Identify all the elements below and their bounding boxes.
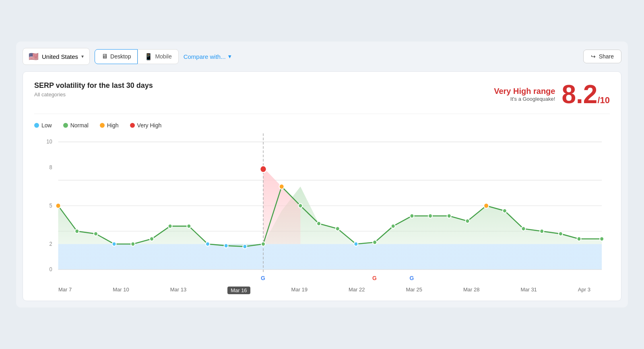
dot-apr3[interactable] [600, 237, 604, 241]
share-icon: ↪ [591, 53, 596, 60]
svg-text:5: 5 [50, 202, 52, 208]
country-selector[interactable]: 🇺🇸 United States ▾ [23, 48, 90, 65]
svg-text:2: 2 [50, 241, 52, 247]
svg-text:10: 10 [46, 139, 52, 145]
mobile-button[interactable]: 📱 Mobile [138, 49, 178, 64]
dot-mar28[interactable] [484, 203, 489, 208]
score-area: Very High range It's a Googlequake! 8.2 … [494, 81, 610, 107]
legend-high-label: High [107, 122, 119, 129]
flag-icon: 🇺🇸 [29, 52, 39, 61]
normal-dot [63, 123, 68, 128]
dot-mar5[interactable] [56, 203, 61, 208]
dot-mar16-peak[interactable] [260, 166, 266, 172]
score-description: It's a Googlequake! [494, 96, 555, 102]
x-label-mar7: Mar 7 [58, 287, 72, 294]
dot-mar31[interactable] [540, 229, 544, 234]
desktop-button[interactable]: 🖥 Desktop [95, 49, 138, 64]
x-label-mar31: Mar 31 [520, 287, 537, 294]
legend-low: Low [34, 122, 52, 129]
score-display: 8.2 /10 [561, 81, 610, 107]
x-label-mar19: Mar 19 [291, 287, 308, 294]
x-label-apr3: Apr 3 [578, 287, 590, 294]
chart-svg: 10 8 5 2 0 [34, 133, 610, 287]
low-dot [34, 123, 39, 128]
svg-text:0: 0 [50, 266, 52, 272]
x-label-mar10: Mar 10 [113, 287, 129, 294]
x-label-mar13: Mar 13 [170, 287, 186, 294]
dot-mar18[interactable] [298, 204, 302, 208]
dot-mar29[interactable] [503, 209, 507, 213]
svg-text:8: 8 [50, 164, 52, 170]
card-title: SERP volatility for the last 30 days [34, 81, 153, 90]
legend-very-high: Very High [130, 122, 162, 129]
card-header: SERP volatility for the last 30 days All… [34, 81, 610, 114]
score-number: 8.2 [561, 81, 597, 107]
dot-mar17[interactable] [279, 184, 284, 189]
google-icon-mar22: G [372, 275, 377, 281]
very-high-dot [130, 123, 135, 128]
legend-very-high-label: Very High [137, 122, 162, 129]
dot-mar16-base[interactable] [261, 242, 265, 246]
chart-area: 10 8 5 2 0 [34, 133, 610, 287]
dot-apr1[interactable] [559, 232, 563, 236]
x-label-mar25: Mar 25 [406, 287, 422, 294]
toolbar: 🇺🇸 United States ▾ 🖥 Desktop 📱 Mobile Co… [23, 48, 621, 65]
desktop-label: Desktop [110, 53, 131, 60]
dot-mar27[interactable] [466, 219, 470, 223]
x-label-mar22: Mar 22 [349, 287, 365, 294]
dot-mar25[interactable] [428, 214, 432, 218]
compare-chevron-icon: ▾ [228, 53, 231, 60]
dot-mar19[interactable] [317, 222, 321, 226]
device-group: 🖥 Desktop 📱 Mobile [95, 49, 179, 64]
dot-mar22[interactable] [373, 240, 377, 245]
score-denominator: /10 [597, 95, 610, 106]
dot-mar13[interactable] [206, 242, 210, 246]
volatility-card: SERP volatility for the last 30 days All… [23, 71, 621, 301]
score-range: Very High range [494, 87, 555, 96]
share-button[interactable]: ↪ Share [583, 50, 621, 63]
x-label-mar16: Mar 16 [227, 287, 250, 294]
country-label: United States [42, 53, 78, 60]
dot-mar10[interactable] [150, 237, 154, 241]
dot-mar30[interactable] [522, 226, 526, 231]
score-label: Very High range It's a Googlequake! [494, 87, 555, 102]
card-title-area: SERP volatility for the last 30 days All… [34, 81, 153, 98]
dot-apr2[interactable] [577, 237, 581, 241]
dot-mar6[interactable] [75, 229, 79, 234]
card-subtitle: All categories [34, 91, 153, 98]
legend-low-label: Low [41, 122, 52, 129]
chevron-down-icon: ▾ [81, 54, 84, 59]
green-fill [58, 187, 602, 247]
dot-mar15[interactable] [243, 245, 247, 249]
google-icon-mar16: G [261, 275, 265, 281]
google-icon-mar24: G [409, 275, 414, 281]
svg-rect-10 [58, 244, 602, 269]
main-container: 🇺🇸 United States ▾ 🖥 Desktop 📱 Mobile Co… [16, 42, 628, 307]
compare-label: Compare with... [184, 53, 226, 60]
legend-normal: Normal [63, 122, 89, 129]
dot-mar9[interactable] [131, 242, 135, 246]
chart-legend: Low Normal High Very High [34, 122, 610, 129]
compare-button[interactable]: Compare with... ▾ [184, 53, 231, 60]
dot-mar14[interactable] [224, 243, 228, 248]
dot-mar12[interactable] [187, 224, 191, 229]
desktop-icon: 🖥 [101, 53, 108, 60]
dot-mar23[interactable] [391, 224, 395, 229]
dot-mar8[interactable] [112, 242, 116, 246]
mobile-label: Mobile [155, 53, 171, 60]
dot-mar7[interactable] [94, 232, 98, 236]
red-fill [263, 167, 300, 244]
dot-mar24[interactable] [410, 214, 414, 218]
dot-mar21[interactable] [354, 242, 358, 246]
mobile-icon: 📱 [144, 53, 153, 60]
dot-mar11[interactable] [168, 224, 172, 229]
x-label-mar28: Mar 28 [463, 287, 479, 294]
legend-high: High [100, 122, 119, 129]
legend-normal-label: Normal [70, 122, 89, 129]
high-dot [100, 123, 105, 128]
dot-mar20[interactable] [336, 226, 340, 231]
share-label: Share [599, 53, 614, 60]
dot-mar26[interactable] [447, 214, 451, 218]
